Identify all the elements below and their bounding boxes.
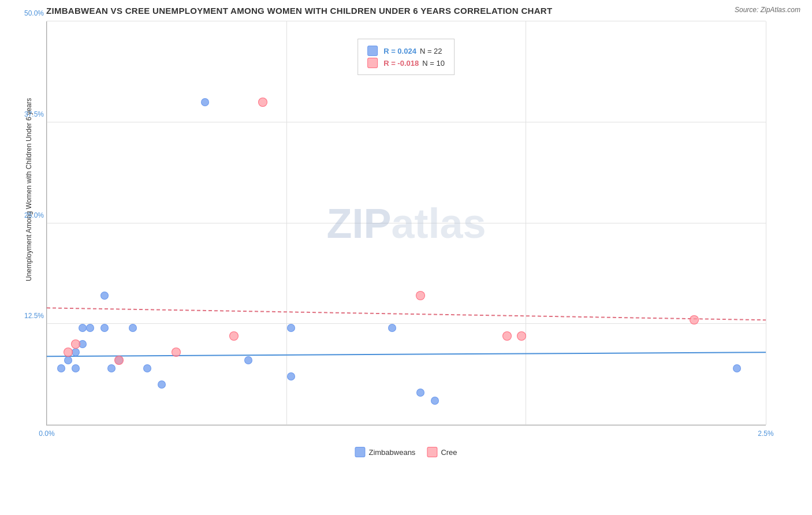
pink-trendline bbox=[47, 308, 766, 320]
blue-dot bbox=[733, 364, 741, 372]
watermark-zip: ZIP bbox=[326, 200, 391, 247]
legend-pink-r: R = -0.018 bbox=[383, 59, 419, 68]
grid-line-v bbox=[286, 21, 287, 425]
grid-line-h bbox=[47, 122, 766, 122]
legend-pink-n: N = 10 bbox=[422, 59, 445, 68]
legend-label-blue: Zimbabweans bbox=[368, 448, 415, 457]
watermark: ZIPatlas bbox=[326, 200, 486, 247]
legend-row-pink: R = -0.018 N = 10 bbox=[367, 58, 445, 68]
pink-dot bbox=[258, 98, 267, 107]
legend-blue-n: N = 22 bbox=[420, 47, 442, 55]
watermark-atlas: atlas bbox=[391, 200, 486, 247]
blue-dot bbox=[86, 324, 94, 332]
pink-dot bbox=[416, 291, 425, 300]
legend-row-blue: R = 0.024 N = 22 bbox=[367, 46, 445, 56]
grid-line-h bbox=[47, 223, 766, 223]
bottom-legend: Zimbabweans Cree bbox=[355, 447, 457, 457]
x-tick-label: 2.5% bbox=[758, 430, 773, 438]
blue-dot bbox=[158, 380, 166, 389]
y-tick-label: 12.5% bbox=[24, 312, 44, 320]
source-label: Source: ZipAtlas.com bbox=[735, 6, 800, 14]
legend-swatch-pink-inner bbox=[367, 58, 378, 68]
blue-dot bbox=[107, 364, 116, 372]
x-tick-label: 0.0% bbox=[39, 430, 54, 438]
legend-item-pink: Cree bbox=[427, 447, 457, 457]
trendlines-svg bbox=[47, 21, 766, 425]
legend-item-blue: Zimbabweans bbox=[355, 447, 415, 457]
legend-swatch-pink bbox=[427, 447, 437, 457]
chart-area: Unemployment Among Women with Children U… bbox=[46, 21, 766, 460]
grid-line-h bbox=[47, 21, 766, 21]
grid-line-v bbox=[526, 21, 526, 425]
blue-dot bbox=[143, 364, 151, 372]
grid-line-v bbox=[766, 21, 766, 425]
pink-dot bbox=[71, 339, 80, 349]
legend-box: R = 0.024 N = 22 R = -0.018 N = 10 bbox=[357, 39, 455, 75]
grid-line-h bbox=[47, 424, 766, 425]
y-tick-label: 25.0% bbox=[24, 211, 44, 219]
chart-container: ZIMBABWEAN VS CREE UNEMPLOYMENT AMONG WO… bbox=[0, 0, 812, 515]
blue-dot bbox=[57, 364, 65, 372]
grid-line-h bbox=[47, 323, 766, 324]
blue-dot bbox=[72, 364, 80, 372]
blue-dot bbox=[64, 356, 72, 364]
legend-swatch-blue-inner bbox=[367, 46, 378, 56]
legend-blue-r: R = 0.024 bbox=[383, 47, 416, 55]
pink-dot bbox=[517, 331, 526, 341]
blue-dot bbox=[431, 397, 439, 405]
blue-dot bbox=[287, 324, 295, 332]
blue-dot bbox=[100, 324, 109, 332]
grid-line-v bbox=[47, 21, 47, 425]
chart-title: ZIMBABWEAN VS CREE UNEMPLOYMENT AMONG WO… bbox=[12, 6, 800, 16]
pink-dot bbox=[172, 348, 181, 357]
pink-dot bbox=[690, 315, 699, 324]
pink-dot bbox=[64, 348, 73, 357]
blue-trendline bbox=[47, 352, 766, 356]
blue-dot bbox=[388, 324, 396, 332]
blue-dot bbox=[287, 372, 295, 380]
y-tick-label: 50.0% bbox=[24, 9, 44, 17]
blue-dot bbox=[244, 356, 252, 364]
blue-dot bbox=[201, 98, 209, 106]
legend-label-pink: Cree bbox=[441, 448, 457, 457]
pink-dot bbox=[114, 356, 124, 365]
plot-area: ZIPatlas 0.0%12.5%25.0%37.5%50.0%0.0%2.5… bbox=[46, 21, 766, 426]
pink-dot bbox=[502, 331, 512, 341]
blue-dot bbox=[416, 389, 424, 397]
legend-swatch-blue bbox=[355, 447, 365, 457]
blue-dot bbox=[100, 292, 109, 300]
blue-dot bbox=[129, 324, 137, 332]
pink-dot bbox=[229, 331, 239, 341]
y-tick-label: 37.5% bbox=[24, 110, 44, 118]
y-axis-label: Unemployment Among Women with Children U… bbox=[17, 21, 40, 426]
